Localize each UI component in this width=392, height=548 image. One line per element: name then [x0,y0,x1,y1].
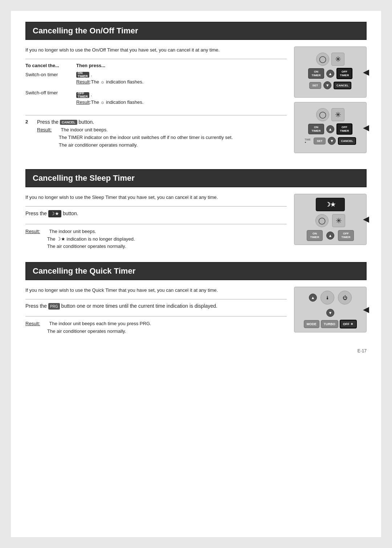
diag2-on-timer[interactable]: ONTIMER [308,124,324,134]
quick-bottom: MODE TURBO OFF ⭘ [304,320,357,328]
section3-text: If you no longer wish to use the Quick T… [25,287,287,335]
col2-header: Then press... [76,63,287,68]
col-cancel: To cancel the... Switch-on timer Switch-… [25,63,73,111]
page-number: E-17 [25,348,367,353]
diag1-fan-btn: ✳ [331,53,344,66]
section2-intro: If you no longer wish to use the Sleep T… [25,194,287,201]
sleep-middle: ◯ ✳ [315,214,345,227]
cancel-btn-inline[interactable]: CANCEL [60,120,77,125]
diag1-off-timer[interactable]: OFFTIMER [336,68,352,79]
sleep-on-timer[interactable]: ONTIMER [307,230,323,241]
section1-title: Cancelling the On/Off Timer [25,22,367,40]
divider3 [25,224,287,224]
diag1-row2: ONTIMER ▲ OFFTIMER [300,68,360,79]
sleep-diag-arrow: ◀ [363,214,369,224]
quick-diag: ▲ 🌡 ⏻ ▼ MODE TURBO OFF ⭘ [298,291,363,328]
result3-line3: The air conditioner operates normally. [37,142,287,149]
quick-press-body: Press the PRG button one or more times u… [25,303,287,310]
diag1-inner1: ◯ ✳ ONTIMER ▲ OFFTIMER SET ▼ CANCEL [298,50,363,94]
sleep-btn-inline[interactable]: ☽★ [48,210,61,217]
diag2-fan-btn: ✳ [331,108,344,121]
quick-mode-btn[interactable]: MODE [304,320,319,328]
diag1-inner2: ◯ ✳ ONTIMER ▲ OFFTIMER TIME● SET ▼ C [298,106,363,149]
sleep-off-timer[interactable]: OFFTIMER [338,230,354,241]
section2-title: Cancelling the Sleep Timer [25,169,367,187]
quick-turbo-btn[interactable]: TURBO [321,320,338,328]
quick-press-text2: button one or more times until the curre… [61,303,217,309]
diag2-set[interactable]: SET [314,138,326,144]
section3-diagram: ▲ 🌡 ⏻ ▼ MODE TURBO OFF ⭘ ◀ [294,287,367,337]
result2-label: Result [76,99,90,105]
quick-result-line2: The air conditioner operates normally. [25,328,287,335]
switch-off-row: Switch-off timer [25,89,73,97]
result3-line2: The TIMER indicator on the indoor unit s… [37,134,287,142]
quick-btn-inline[interactable]: PRG [48,303,60,310]
diag2-row2: ONTIMER ▲ OFFTIMER [300,123,360,135]
divider2 [25,206,287,206]
diag1-on-timer[interactable]: ONTIMER [308,68,324,79]
quick-up-arr[interactable]: ▲ [309,294,317,302]
quick-therm: 🌡 [320,291,334,304]
quick-off-btn[interactable]: OFF ⭘ [340,320,357,328]
divider5 [25,316,287,316]
divider4 [25,299,287,299]
diag2-off-timer[interactable]: OFFTIMER [336,123,352,135]
quick-press-text: Press the [25,303,47,309]
section2-text: If you no longer wish to use the Sleep T… [25,194,287,250]
col1-header: To cancel the... [25,63,73,68]
diag2-row1: ◯ ✳ [300,108,360,121]
diag2-icon-btn: ◯ [316,108,329,121]
off-timer-dot: . [91,92,92,97]
quick-press: Press the PRG button one or more times u… [25,303,287,312]
sleep-result-label: Result: [25,229,40,234]
diag1-set[interactable]: SET [309,82,322,89]
diag3-quick-box: ▲ 🌡 ⏻ ▼ MODE TURBO OFF ⭘ ◀ [294,287,367,332]
sleep-press-text: Press the [25,210,47,216]
diag2-sleep-box: ☽★ ◯ ✳ ONTIMER ▲ OFFTIMER ◀ [294,194,367,245]
section2-diagram: ☽★ ◯ ✳ ONTIMER ▲ OFFTIMER ◀ [294,194,367,249]
diag1-down-arrow[interactable]: ▼ [323,81,331,89]
press-off-timer: OFFTIMER . Result:The ☼ indication flash… [76,91,287,106]
step2-result: Result: The indoor unit beeps. The TIMER… [37,126,287,149]
section3-intro: If you no longer wish to use the Quick T… [25,287,287,294]
diag2-down-arrow[interactable]: ▼ [328,137,336,145]
section-cancel-onoff: Cancelling the On/Off Timer If you no lo… [25,22,367,158]
diag1-up-arrow[interactable]: ▲ [326,70,334,78]
diag2-arrow: ◀ [363,123,369,132]
switch-on-row: Switch-on timer [25,71,73,79]
section1-table: To cancel the... Switch-on timer Switch-… [25,59,287,111]
sleep-up-arrow[interactable]: ▲ [326,232,334,240]
diag1-icon-btn: ◯ [316,53,329,66]
step2-body: Press the CANCEL button. Result: The ind… [37,119,287,149]
quick-down-arr[interactable]: ▼ [326,309,334,317]
diag1-row1: ◯ ✳ [300,53,360,66]
diag1-cancel[interactable]: CANCEL [334,82,351,89]
section-cancel-quick: Cancelling the Quick Timer If you no lon… [25,262,367,337]
quick-diag-arrow: ◀ [363,305,369,314]
col-press: Then press... ONTIMER . Result:The ☼ ind… [76,63,287,111]
switch-on-label: Switch-on timer [25,72,58,77]
section1-text: If you no longer wish to use the On/Off … [25,46,287,155]
sleep-moon-btn[interactable]: ☽★ [316,198,345,211]
quick-result-line1: The indoor unit beeps each time you pres… [49,321,151,326]
on-timer-btn-inline[interactable]: ONTIMER [76,72,89,78]
press-on-timer: ONTIMER . Result:The ☼ indication flashe… [76,71,287,86]
diag2-cancel[interactable]: CANCEL [338,137,356,145]
quick-result: Result: The indoor unit beeps each time … [25,320,287,335]
quick-result-label: Result: [25,321,40,326]
sleep-diag: ☽★ ◯ ✳ ONTIMER ▲ OFFTIMER [298,198,363,241]
diag1-row3: SET ▼ CANCEL [300,81,360,89]
off-timer-btn-inline[interactable]: OFFTIMER [76,92,89,98]
sleep-press-body: Press the ☽★ button. [25,210,287,217]
sleep-press-text2: button. [63,210,78,216]
diag1-box1: ◯ ✳ ONTIMER ▲ OFFTIMER SET ▼ CANCEL [294,46,367,98]
result3-label: Result: [37,127,52,132]
step2: 2 Press the CANCEL button. Result: The i… [25,119,287,152]
result3-line1: The indoor unit beeps. [61,127,108,132]
section-cancel-sleep: Cancelling the Sleep Timer If you no lon… [25,169,367,250]
on-timer-dot: . [91,72,92,77]
sleep-icon: ◯ [315,214,328,227]
quick-power[interactable]: ⏻ [338,291,352,304]
page: Cancelling the On/Off Timer If you no lo… [11,11,381,537]
diag2-up-arrow[interactable]: ▲ [326,125,334,133]
